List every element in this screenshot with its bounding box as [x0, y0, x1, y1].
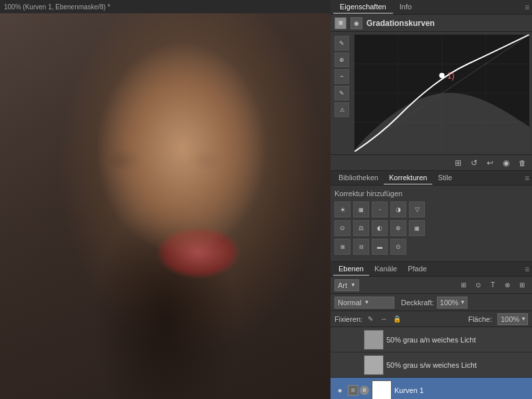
korr-curves[interactable]: ~: [372, 201, 388, 217]
layer-name-3: Kurven 1: [394, 386, 528, 394]
curves-title: Gradationskurven: [366, 19, 435, 28]
curves-bottom: ⊞ ↺ ↩ ◉ 🗑: [331, 155, 532, 171]
korr-vibrance[interactable]: ▽: [409, 201, 425, 217]
tab-stile[interactable]: Stile: [432, 172, 457, 185]
layers-list: ● 50% grau a/n weiches Licht ● 50% grau …: [331, 327, 532, 399]
korr-bw[interactable]: ◐: [372, 220, 388, 236]
layer-eye-2[interactable]: ●: [334, 360, 345, 370]
korr-threshold[interactable]: ⊟: [353, 239, 369, 255]
deckkraft-label: Deckkraft:: [401, 299, 434, 307]
art-selector[interactable]: Art ▼: [334, 279, 359, 291]
ebenen-menu-icon[interactable]: ≡: [525, 265, 529, 274]
curves-mask-icon: ◉: [350, 17, 362, 29]
curves-tools: ✎ ⊕ ~ ✎ ⚠: [333, 35, 352, 152]
ebenen-toolbar-icons: ⊞ ⊙ T ⊕ ⊞: [458, 279, 528, 291]
curves-ctrl-grid[interactable]: ⊞: [452, 157, 464, 169]
blend-row: Normal ▼ Deckkraft: 100% ▼: [331, 294, 532, 311]
layer-adjustment-icon: ⊞: [348, 385, 358, 396]
curves-tool-warning[interactable]: ⚠: [334, 102, 349, 117]
tab-ebenen[interactable]: Ebenen: [333, 263, 369, 276]
tab-eigenschaften[interactable]: Eigenschaften: [333, 1, 393, 14]
korr-mixer[interactable]: ▦: [409, 220, 425, 236]
layer-item[interactable]: ● 50% grau s/w weiches Licht: [331, 352, 532, 378]
korr-posterize[interactable]: ⊠: [334, 239, 350, 255]
korrekturen-row2: ⊙ ⚖ ◐ ⊛ ▦: [334, 220, 528, 236]
ebenen-toolbar: Art ▼ ⊞ ⊙ T ⊕ ⊞: [331, 277, 532, 294]
right-panel: Eigenschaften Info ≡ ⊞ ◉ Gradationskurve…: [331, 0, 532, 399]
fix-icon-lock[interactable]: 🔒: [392, 314, 402, 325]
curves-ctrl-undo[interactable]: ↩: [484, 157, 496, 169]
blend-mode-arrow: ▼: [364, 299, 369, 305]
art-label: Art: [338, 281, 347, 289]
korrekturen-row1: ☀ ▦ ~ ◑ ▽: [334, 201, 528, 217]
layer-group-icon[interactable]: ⊕: [501, 279, 513, 291]
lib-menu-icon[interactable]: ≡: [525, 174, 529, 183]
layer-eye-1[interactable]: ●: [334, 334, 345, 345]
curves-area: ✎ ⊕ ~ ✎ ⚠: [331, 32, 532, 155]
tab-info[interactable]: Info: [393, 1, 418, 14]
layer-link-icon[interactable]: ⊞: [458, 279, 469, 291]
fixieren-row: Fixieren: ✎ ↔ 🔒 Fläche: 100% ▼: [331, 311, 532, 327]
tab-pfade[interactable]: Pfade: [402, 263, 432, 276]
korr-selective-color[interactable]: ⊙: [390, 239, 406, 255]
title-text: 100% (Kurven 1, Ebenenmaske/8) *: [4, 3, 110, 11]
layer-thumb-2: [364, 355, 384, 375]
ebenen-tabs: Ebenen Kanäle Pfade: [333, 263, 432, 276]
korr-hsl[interactable]: ⊙: [334, 220, 350, 236]
korr-exposure[interactable]: ◑: [390, 201, 406, 217]
layer-fx-icon[interactable]: ⊙: [472, 279, 484, 291]
lib-tabs: Bibliotheken Korrekturen Stile ≡: [331, 171, 532, 186]
korrekturen-row3: ⊠ ⊟ ▬ ⊙: [334, 239, 528, 255]
layer-number-badge: 8: [360, 386, 369, 395]
tab-bibliotheken[interactable]: Bibliotheken: [333, 172, 384, 185]
fix-icon-move[interactable]: ↔: [378, 314, 389, 325]
blend-mode-dropdown[interactable]: Normal ▼: [334, 297, 394, 309]
curves-tool-brush[interactable]: ✎: [334, 86, 349, 100]
blend-mode-value: Normal: [338, 299, 361, 307]
flaeche-value[interactable]: 100% ▼: [497, 313, 528, 325]
layer-adj-icon[interactable]: ⊞: [516, 279, 528, 291]
deckkraft-value[interactable]: 100% ▼: [437, 297, 467, 309]
layer-thumb-1: [364, 330, 384, 350]
prop-tabs: Eigenschaften Info ≡: [331, 0, 532, 15]
curves-preview-icon: ⊞: [334, 17, 346, 29]
panel-menu-icon[interactable]: ≡: [525, 3, 529, 12]
curves-tool-eyedropper-1[interactable]: ✎: [334, 36, 349, 51]
layer-text-icon[interactable]: T: [487, 279, 499, 291]
layer-icons-3: ⊞ 8: [348, 385, 369, 396]
layer-eye-3[interactable]: ●: [334, 385, 345, 396]
curves-graph[interactable]: [354, 35, 529, 152]
tab-kanale[interactable]: Kanäle: [369, 263, 402, 276]
korrekturen-title: Korrektur hinzufügen: [334, 190, 528, 198]
ebenen-header: Ebenen Kanäle Pfade ≡: [331, 262, 532, 277]
curves-ctrl-rotate[interactable]: ↺: [468, 157, 480, 169]
korr-gradient-map[interactable]: ▬: [372, 239, 388, 255]
curves-ctrl-delete[interactable]: 🗑: [516, 157, 528, 169]
korr-balance[interactable]: ⚖: [353, 220, 369, 236]
curves-header: ⊞ ◉ Gradationskurven: [331, 15, 532, 32]
korr-brightness[interactable]: ☀: [334, 201, 350, 217]
canvas-area: [0, 13, 331, 399]
curves-tool-pen[interactable]: ~: [334, 69, 349, 84]
layer-item[interactable]: ● 50% grau a/n weiches Licht: [331, 327, 532, 352]
korr-photofilter[interactable]: ⊛: [390, 220, 406, 236]
layer-name-2: 50% grau s/w weiches Licht: [386, 361, 528, 369]
photo: [0, 13, 331, 399]
korrekturen-content: Korrektur hinzufügen ☀ ▦ ~ ◑ ▽ ⊙ ⚖ ◐ ⊛ ▦…: [331, 186, 532, 262]
fix-icon-draw[interactable]: ✎: [365, 314, 376, 325]
layer-name-1: 50% grau a/n weiches Licht: [386, 336, 528, 344]
tab-korrekturen[interactable]: Korrekturen: [384, 172, 432, 185]
flaeche-label: Fläche:: [468, 315, 492, 323]
layer-item-active[interactable]: ● ⊞ 8 Kurven 1: [331, 378, 532, 399]
fixieren-label: Fixieren:: [334, 315, 362, 323]
art-arrow: ▼: [350, 282, 356, 288]
curves-ctrl-visibility[interactable]: ◉: [500, 157, 512, 169]
korr-levels[interactable]: ▦: [353, 201, 369, 217]
layer-thumb-3: [372, 380, 392, 400]
curves-tool-eyedropper-2[interactable]: ⊕: [334, 53, 349, 67]
